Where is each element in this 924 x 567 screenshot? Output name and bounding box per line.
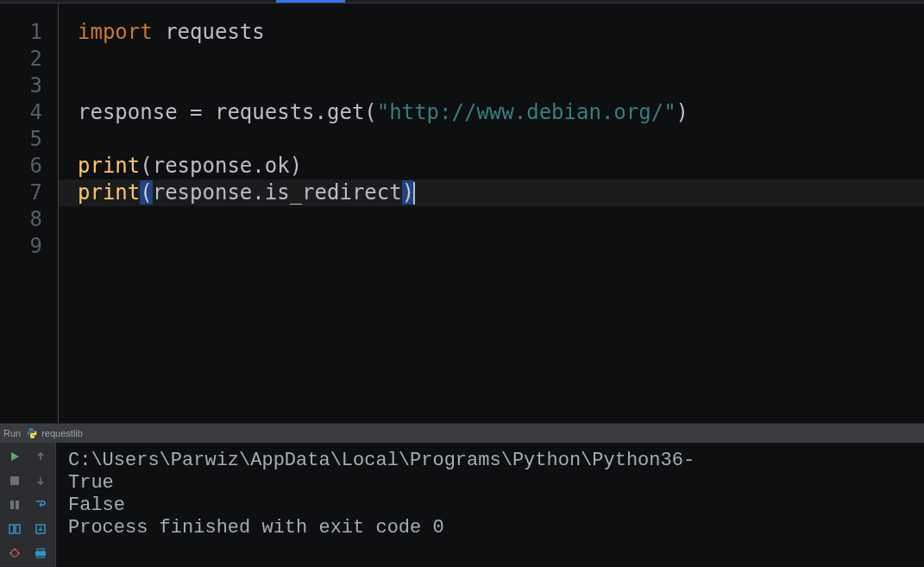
line-number: 4 bbox=[0, 99, 42, 126]
line-number-gutter: 1 2 3 4 5 6 7 8 9 bbox=[0, 3, 59, 423]
line-number: 3 bbox=[0, 72, 42, 99]
line-number: 7 bbox=[0, 180, 42, 206]
code-line bbox=[78, 46, 924, 72]
code-line: import requests bbox=[78, 19, 924, 46]
line-number: 2 bbox=[0, 46, 42, 72]
text-cursor bbox=[413, 182, 415, 205]
code-line: response = requests.get("http://www.debi… bbox=[78, 99, 924, 126]
matched-paren-open: ( bbox=[140, 180, 152, 205]
console-line: C:\Users\Parwiz\AppData\Local\Programs\P… bbox=[68, 450, 912, 472]
console-line: Process finished with exit code 0 bbox=[68, 517, 912, 539]
scroll-up-button[interactable] bbox=[30, 446, 51, 467]
debug-button[interactable] bbox=[4, 543, 25, 564]
svg-rect-3 bbox=[10, 476, 19, 485]
pause-button[interactable] bbox=[4, 495, 25, 515]
svg-marker-2 bbox=[11, 452, 19, 461]
run-header[interactable]: Run requestlib bbox=[0, 424, 924, 443]
line-number: 9 bbox=[0, 233, 42, 260]
code-line bbox=[78, 233, 924, 260]
line-number: 8 bbox=[0, 206, 42, 233]
run-header-label: Run bbox=[3, 428, 21, 438]
svg-point-1 bbox=[34, 437, 35, 438]
console-line: True bbox=[68, 472, 912, 495]
run-body: C:\Users\Parwiz\AppData\Local\Programs\P… bbox=[0, 443, 924, 567]
svg-rect-13 bbox=[37, 549, 44, 551]
scroll-down-button[interactable] bbox=[30, 470, 51, 491]
svg-rect-6 bbox=[9, 525, 14, 533]
layout-button[interactable] bbox=[4, 519, 25, 539]
console-line: False bbox=[68, 495, 912, 517]
code-line: print(response.ok) bbox=[78, 153, 924, 180]
svg-point-8 bbox=[11, 550, 18, 557]
svg-rect-5 bbox=[16, 501, 19, 509]
line-number: 1 bbox=[0, 19, 42, 46]
run-tool-window: Run requestlib bbox=[0, 423, 924, 567]
code-line bbox=[78, 126, 924, 153]
svg-point-0 bbox=[30, 429, 31, 430]
code-line bbox=[78, 72, 924, 99]
code-editor[interactable]: import requests response = requests.get(… bbox=[59, 3, 924, 423]
svg-rect-7 bbox=[16, 525, 20, 533]
run-config-name: requestlib bbox=[41, 428, 83, 438]
scroll-to-end-button[interactable] bbox=[30, 519, 51, 539]
line-number: 5 bbox=[0, 126, 42, 153]
svg-rect-4 bbox=[10, 501, 14, 509]
code-line bbox=[78, 206, 924, 233]
print-button[interactable] bbox=[30, 543, 51, 564]
editor-area: 1 2 3 4 5 6 7 8 9 import requests respon… bbox=[0, 3, 924, 423]
python-icon bbox=[26, 427, 38, 439]
matched-paren-close: ) bbox=[402, 180, 414, 205]
console-output[interactable]: C:\Users\Parwiz\AppData\Local\Programs\P… bbox=[55, 443, 924, 567]
line-number: 6 bbox=[0, 153, 42, 180]
svg-rect-15 bbox=[37, 555, 44, 558]
code-line-current: print(response.is_redirect) bbox=[59, 180, 924, 206]
run-toolbar bbox=[0, 443, 55, 567]
soft-wrap-button[interactable] bbox=[30, 495, 51, 515]
rerun-button[interactable] bbox=[4, 446, 25, 467]
stop-button[interactable] bbox=[4, 470, 25, 491]
